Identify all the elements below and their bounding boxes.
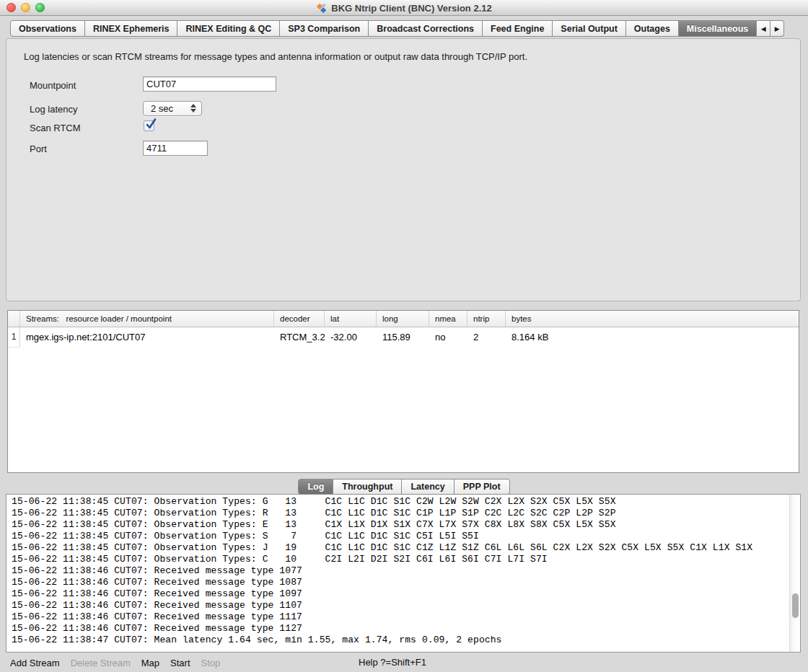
log-line: 15-06-22 11:38:46 CUT07: Received messag… — [12, 577, 789, 588]
log-line: 15-06-22 11:38:46 CUT07: Received messag… — [12, 565, 789, 577]
mountpoint-input[interactable] — [143, 76, 276, 92]
log-pane: 15-06-22 11:38:45 CUT07: Observation Typ… — [6, 494, 801, 653]
port-label: Port — [30, 143, 47, 154]
bottom-toolbar: Add StreamDelete StreamMapStartStopHelp … — [0, 653, 808, 672]
log-line: 15-06-22 11:38:45 CUT07: Observation Typ… — [12, 554, 789, 565]
streams-header-cell: ntrip — [467, 311, 506, 327]
streams-header-cell: decoder — [274, 311, 325, 327]
streams-header-cell: bytes — [506, 311, 799, 327]
log-line: 15-06-22 11:38:46 CUT07: Received messag… — [12, 600, 789, 611]
tab-feed-engine[interactable]: Feed Engine — [483, 20, 553, 37]
stream-cell: no — [429, 327, 467, 348]
main-tab-bar: ObservationsRINEX EphemerisRINEX Editing… — [10, 20, 784, 37]
tab-observations[interactable]: Observations — [10, 20, 85, 37]
log-tab-log[interactable]: Log — [298, 479, 333, 495]
tab-scroll-left-icon[interactable]: ◀ — [757, 20, 770, 37]
miscellaneous-panel: Log latencies or scan RTCM streams for m… — [6, 38, 801, 301]
stream-cell: 8.164 kB — [506, 327, 799, 348]
streams-header-gutter — [8, 311, 20, 327]
log-line: 15-06-22 11:38:46 CUT07: Received messag… — [12, 623, 789, 635]
tab-outages[interactable]: Outages — [626, 20, 679, 37]
row-number: 1 — [8, 327, 20, 348]
stream-cell: 115.89 — [377, 327, 429, 348]
log-text: 15-06-22 11:38:45 CUT07: Observation Typ… — [6, 495, 789, 652]
streams-rows: 1mgex.igs-ip.net:2101/CUT07RTCM_3.2-32.0… — [8, 327, 799, 347]
streams-header-cell: long — [377, 311, 429, 327]
delete-stream-button: Delete Stream — [71, 658, 131, 668]
scan-rtcm-label: Scan RTCM — [30, 123, 81, 133]
stream-row[interactable]: 1mgex.igs-ip.net:2101/CUT07RTCM_3.2-32.0… — [8, 327, 799, 347]
start-button[interactable]: Start — [170, 658, 190, 668]
checkmark-icon — [145, 118, 157, 130]
log-line: 15-06-22 11:38:45 CUT07: Observation Typ… — [12, 508, 789, 519]
map-button[interactable]: Map — [141, 658, 159, 668]
log-line: 15-06-22 11:38:45 CUT07: Observation Typ… — [12, 519, 789, 531]
log-tab-latency[interactable]: Latency — [402, 479, 454, 495]
tab-broadcast-corrections[interactable]: Broadcast Corrections — [369, 20, 483, 37]
stream-cell: 2 — [467, 327, 506, 348]
mountpoint-label: Mountpoint — [30, 80, 76, 91]
log-line: 15-06-22 11:38:46 CUT07: Received messag… — [12, 611, 789, 623]
tab-rinex-editing-qc[interactable]: RINEX Editing & QC — [177, 20, 280, 37]
tab-sp3-comparison[interactable]: SP3 Comparison — [280, 20, 369, 37]
streams-header-cell: lat — [325, 311, 377, 327]
log-scrollbar-thumb[interactable] — [792, 593, 799, 618]
streams-header-cell: nmea — [429, 311, 467, 327]
stream-cell: RTCM_3.2 — [274, 327, 325, 348]
streams-header-row: Streams: resource loader / mountpointdec… — [8, 311, 799, 327]
tab-scroll-right-icon[interactable]: ▶ — [770, 20, 784, 37]
streams-header-cell: Streams: resource loader / mountpoint — [20, 311, 274, 327]
log-line: 15-06-22 11:38:45 CUT07: Observation Typ… — [12, 542, 789, 554]
add-stream-button[interactable]: Add Stream — [10, 658, 60, 668]
stop-button: Stop — [201, 658, 221, 668]
app-logo-icon — [316, 3, 327, 14]
panel-description: Log latencies or scan RTCM streams for m… — [24, 51, 527, 62]
log-latency-label: Log latency — [30, 104, 78, 115]
log-line: 15-06-22 11:38:45 CUT07: Observation Typ… — [12, 496, 789, 508]
spinner-arrows-icon — [190, 104, 196, 112]
stream-cell: mgex.igs-ip.net:2101/CUT07 — [20, 327, 274, 348]
stream-cell: -32.00 — [325, 327, 377, 348]
log-tab-throughput[interactable]: Throughput — [333, 479, 402, 495]
streams-table: Streams: resource loader / mountpointdec… — [7, 310, 799, 473]
log-line: 15-06-22 11:38:47 CUT07: Mean latency 1.… — [12, 635, 789, 646]
log-line: 15-06-22 11:38:46 CUT07: Received messag… — [12, 588, 789, 600]
tab-miscellaneous[interactable]: Miscellaneous — [679, 20, 757, 37]
log-latency-value: 2 sec — [151, 103, 173, 114]
log-scrollbar[interactable] — [789, 495, 800, 652]
port-input[interactable] — [143, 141, 208, 156]
log-line: 15-06-22 11:38:45 CUT07: Observation Typ… — [12, 531, 789, 542]
log-tab-bar: LogThroughputLatencyPPP Plot — [0, 479, 808, 495]
scan-rtcm-checkbox[interactable] — [144, 120, 154, 131]
help-shortcut-label: Help ?=Shift+F1 — [359, 653, 426, 672]
log-latency-select[interactable]: 2 sec — [143, 101, 202, 116]
tab-serial-output[interactable]: Serial Output — [553, 20, 625, 37]
tab-rinex-ephemeris[interactable]: RINEX Ephemeris — [85, 20, 178, 37]
log-tab-ppp-plot[interactable]: PPP Plot — [454, 479, 510, 495]
title-bar: BKG Ntrip Client (BNC) Version 2.12 — [0, 0, 808, 16]
window-title: BKG Ntrip Client (BNC) Version 2.12 — [331, 3, 491, 14]
